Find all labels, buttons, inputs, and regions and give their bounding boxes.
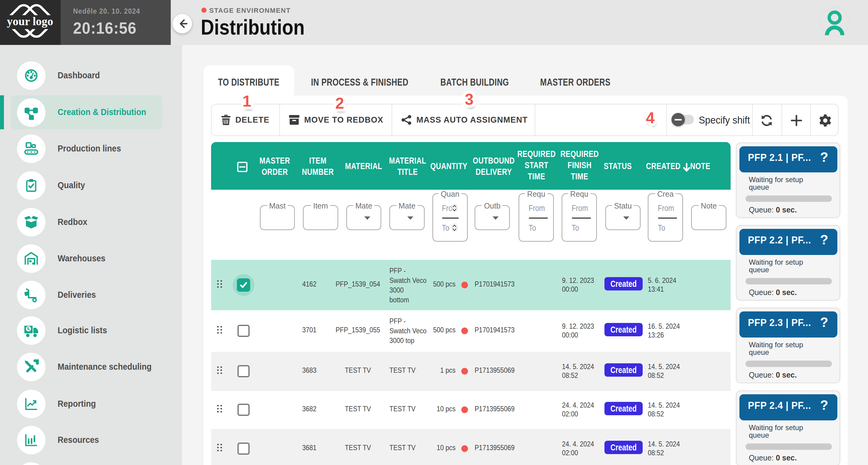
- svg-text:your logo: your logo: [7, 15, 53, 28]
